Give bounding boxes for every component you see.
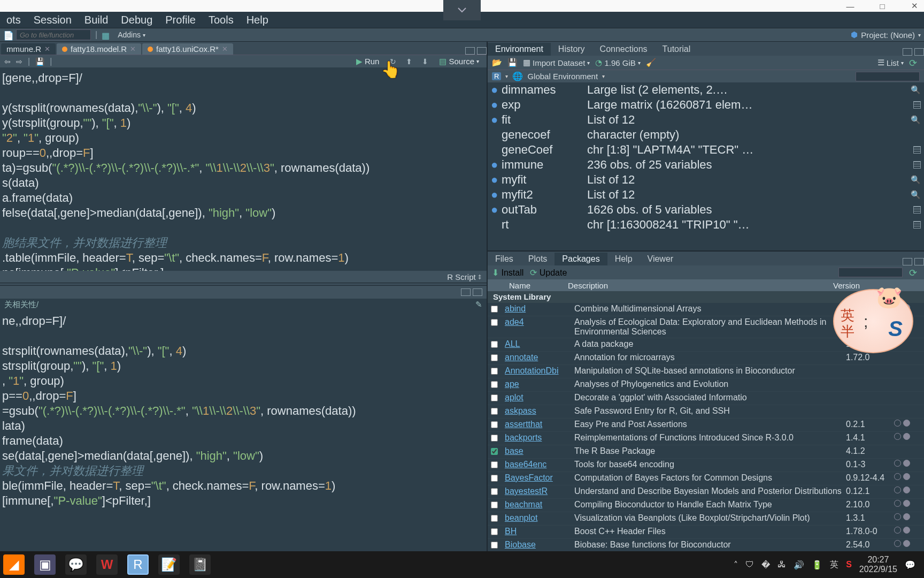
env-row[interactable]: ●outTab1626 obs. of 5 variables: [488, 202, 924, 217]
package-checkbox[interactable]: [491, 306, 498, 313]
save-icon[interactable]: 💾: [35, 57, 44, 66]
goto-file-input[interactable]: [16, 29, 91, 40]
addins-menu[interactable]: Addins ▾: [114, 30, 149, 40]
package-checkbox[interactable]: [491, 515, 498, 522]
run-button[interactable]: ▶Run: [353, 56, 383, 67]
package-row[interactable]: aplotDecorate a 'ggplot' with Associated…: [488, 392, 924, 405]
package-name[interactable]: Biobase: [505, 540, 574, 550]
pane-maximize-icon[interactable]: [473, 288, 482, 296]
env-search-input[interactable]: [856, 72, 920, 81]
package-row[interactable]: backportsReimplementations of Functions …: [488, 432, 924, 445]
tray-volume-icon[interactable]: 🔊: [794, 560, 804, 570]
tray-network-icon[interactable]: 🖧: [777, 560, 786, 569]
pane-minimize-icon[interactable]: [465, 47, 475, 55]
package-row[interactable]: BiobaseBiobase: Base functions for Bioco…: [488, 539, 924, 552]
scope-label[interactable]: Global Environment: [527, 72, 598, 81]
file-tab-mmune[interactable]: mmune.R✕: [1, 43, 56, 55]
package-row[interactable]: bayestestRUnderstand and Describe Bayesi…: [488, 485, 924, 499]
close-icon[interactable]: ✕: [130, 45, 136, 53]
hdr-desc[interactable]: Description: [568, 281, 833, 290]
package-name[interactable]: backports: [505, 433, 574, 443]
tab-tutorial[interactable]: Tutorial: [655, 43, 698, 56]
package-checkbox[interactable]: [491, 448, 498, 455]
env-row[interactable]: rtchr [1:163008241 "TRIP10" "…: [488, 217, 924, 232]
window-minimize[interactable]: —: [845, 2, 856, 10]
package-name[interactable]: annotate: [505, 353, 574, 362]
tab-help[interactable]: Help: [607, 253, 640, 265]
save-icon[interactable]: 💾: [507, 58, 518, 67]
menu-plots[interactable]: ots: [0, 12, 27, 28]
package-checkbox[interactable]: [491, 475, 498, 482]
package-checkbox[interactable]: [491, 408, 498, 415]
env-row[interactable]: ●myfitList of 12🔍: [488, 172, 924, 187]
package-name[interactable]: AnnotationDbi: [505, 366, 574, 376]
taskbar-wps[interactable]: W: [96, 554, 118, 575]
taskbar-app-1[interactable]: ◢: [3, 554, 25, 575]
taskbar-rstudio[interactable]: R: [127, 554, 149, 575]
env-row[interactable]: ●dimnamesLarge list (2 elements, 2.…🔍: [488, 82, 924, 97]
tab-history[interactable]: History: [551, 43, 592, 56]
source-button[interactable]: ▤Source ▾: [436, 56, 482, 67]
package-checkbox[interactable]: [491, 435, 498, 442]
package-name[interactable]: base64enc: [505, 460, 574, 469]
view-mode-button[interactable]: ☰ List ▾: [877, 58, 904, 67]
package-checkbox[interactable]: [491, 341, 498, 348]
package-checkbox[interactable]: [491, 501, 498, 508]
package-row[interactable]: AnnotationDbiManipulation of SQLite-base…: [488, 365, 924, 378]
package-checkbox[interactable]: [491, 319, 498, 326]
file-tab-fatty16[interactable]: fatty16.uniCox.R*✕: [142, 43, 233, 55]
refresh-icon[interactable]: ⟳: [909, 267, 920, 278]
package-row[interactable]: base64encTools for base64 encoding0.1-3: [488, 459, 924, 472]
package-checkbox[interactable]: [491, 368, 498, 375]
pane-maximize-icon[interactable]: [914, 258, 924, 265]
pane-minimize-icon[interactable]: [903, 48, 912, 56]
package-name[interactable]: ade4: [505, 317, 574, 327]
back-icon[interactable]: ⇦: [4, 57, 11, 66]
env-row[interactable]: ●immune236 obs. of 25 variables: [488, 157, 924, 172]
tab-plots[interactable]: Plots: [521, 253, 555, 265]
prev-chunk-icon[interactable]: ⬆: [404, 57, 414, 66]
update-button[interactable]: ⟳ Update: [530, 268, 567, 278]
install-button[interactable]: ⬇ Install: [492, 268, 523, 278]
file-tab-fatty18[interactable]: fatty18.model.R✕: [57, 43, 141, 55]
package-name[interactable]: assertthat: [505, 420, 574, 429]
tray-icon[interactable]: �: [761, 560, 770, 570]
window-maximize[interactable]: □: [877, 2, 888, 10]
package-row[interactable]: BayesFactorComputation of Bayes Factors …: [488, 472, 924, 485]
package-name[interactable]: ape: [505, 379, 574, 389]
package-name[interactable]: BH: [505, 527, 574, 536]
menu-debug[interactable]: Debug: [114, 12, 159, 28]
env-list[interactable]: ●dimnamesLarge list (2 elements, 2.…🔍●ex…: [488, 82, 924, 250]
package-row[interactable]: beanplotVisualization via Beanplots (Lik…: [488, 512, 924, 526]
forward-icon[interactable]: ⇨: [16, 57, 22, 66]
taskbar-app-7[interactable]: 📓: [189, 554, 211, 575]
tray-ime[interactable]: 英: [830, 559, 838, 571]
titlebar-dropdown[interactable]: [443, 0, 481, 20]
menu-profile[interactable]: Profile: [159, 12, 202, 28]
package-row[interactable]: annotateAnnotation for microarrays1.72.0: [488, 352, 924, 365]
close-icon[interactable]: ✕: [222, 45, 228, 53]
env-row[interactable]: ●fitList of 12🔍: [488, 112, 924, 127]
package-row[interactable]: baseThe R Base Package4.1.2: [488, 445, 924, 459]
refresh-icon[interactable]: ⟳: [909, 57, 920, 68]
package-name[interactable]: beanplot: [505, 513, 574, 523]
tab-connections[interactable]: Connections: [592, 43, 655, 56]
tray-sogou-icon[interactable]: S: [846, 560, 852, 569]
source-editor[interactable]: [gene,,drop=F]/ y(strsplit(rownames(data…: [0, 67, 487, 271]
tray-battery-icon[interactable]: 🔋: [812, 560, 822, 570]
tab-viewer[interactable]: Viewer: [640, 253, 681, 265]
package-checkbox[interactable]: [491, 542, 498, 549]
menu-tools[interactable]: Tools: [202, 12, 240, 28]
package-checkbox[interactable]: [491, 528, 498, 535]
tray-icon[interactable]: 🛡: [745, 560, 754, 569]
taskbar-app-2[interactable]: ▣: [34, 554, 56, 575]
package-checkbox[interactable]: [491, 461, 498, 468]
close-icon[interactable]: ✕: [44, 45, 50, 53]
package-name[interactable]: bayestestR: [505, 486, 574, 496]
package-row[interactable]: BHBoost C++ Header Files1.78.0-0: [488, 526, 924, 539]
broom-icon[interactable]: 🧹: [646, 58, 656, 67]
taskbar-wechat[interactable]: 💬: [65, 554, 87, 575]
package-checkbox[interactable]: [491, 394, 498, 401]
env-row[interactable]: genecoefcharacter (empty): [488, 127, 924, 142]
next-chunk-icon[interactable]: ⬇: [420, 57, 430, 66]
